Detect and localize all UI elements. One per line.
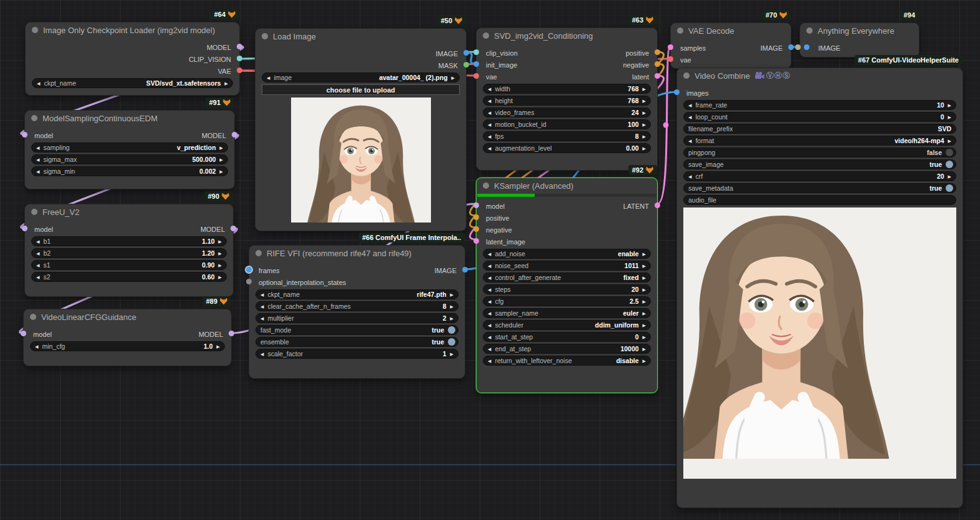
toggle-knob[interactable]: [448, 338, 455, 346]
decrement-arrow[interactable]: ◀: [267, 76, 270, 80]
widget-fps[interactable]: ◀fps8▶: [483, 131, 651, 141]
output-dot-model[interactable]: [237, 44, 242, 49]
input-dot-vae[interactable]: [668, 56, 673, 62]
widget-multiplier[interactable]: ◀multiplier2▶: [255, 313, 458, 323]
decrement-arrow[interactable]: ◀: [488, 299, 491, 304]
increment-arrow[interactable]: ▶: [643, 87, 646, 91]
increment-arrow[interactable]: ▶: [948, 139, 951, 143]
decrement-arrow[interactable]: ◀: [488, 311, 491, 316]
widget-start-at-step[interactable]: ◀start_at_step0▶: [483, 332, 651, 342]
decrement-arrow[interactable]: ◀: [488, 276, 491, 280]
increment-arrow[interactable]: ▶: [643, 311, 646, 316]
widget-s1[interactable]: ◀s10.90▶: [31, 260, 227, 270]
input-dot-clip-vision[interactable]: [473, 49, 479, 55]
output-dot-image[interactable]: [463, 50, 469, 56]
input-dot-samples[interactable]: [668, 44, 673, 50]
decrement-arrow[interactable]: ◀: [37, 81, 40, 86]
widget-fast-mode[interactable]: fast_modetrue: [255, 325, 458, 335]
output-dot-mask[interactable]: [463, 62, 469, 68]
increment-arrow[interactable]: ▶: [219, 239, 222, 244]
output-dot-model[interactable]: [232, 132, 237, 138]
node-video-linear-cfg-guidance[interactable]: #89 VideoLinearCFGGuidance modelMODEL ◀m…: [23, 309, 232, 366]
increment-arrow[interactable]: ▶: [643, 335, 646, 339]
widget-steps[interactable]: ◀steps20▶: [483, 284, 651, 294]
increment-arrow[interactable]: ▶: [643, 264, 646, 268]
increment-arrow[interactable]: ▶: [452, 76, 455, 80]
increment-arrow[interactable]: ▶: [450, 292, 453, 297]
widget-add-noise[interactable]: ◀add_noiseenable▶: [483, 249, 651, 259]
collapse-dot[interactable]: [677, 28, 683, 34]
input-dot-init-image[interactable]: [473, 61, 479, 67]
widget-sampler-name[interactable]: ◀sampler_nameeuler▶: [483, 308, 651, 318]
decrement-arrow[interactable]: ◀: [36, 239, 39, 244]
collapse-dot[interactable]: [806, 28, 813, 34]
input-dot-frames[interactable]: [246, 267, 252, 272]
decrement-arrow[interactable]: ◀: [488, 134, 491, 139]
increment-arrow[interactable]: ▶: [643, 146, 646, 151]
toggle-knob[interactable]: [946, 161, 953, 168]
input-dot-image[interactable]: [804, 44, 809, 50]
upload-button[interactable]: choose file to upload: [262, 84, 460, 95]
widget-cfg[interactable]: ◀cfg2.5▶: [483, 296, 651, 306]
decrement-arrow[interactable]: ◀: [688, 103, 691, 108]
node-load-image[interactable]: #50 Load Image IMAGE MASK ◀imageavatar_0…: [255, 28, 467, 231]
output-dot-model[interactable]: [229, 331, 234, 336]
increment-arrow[interactable]: ▶: [220, 169, 223, 174]
collapse-dot[interactable]: [32, 27, 38, 33]
output-dot-clip-vision[interactable]: [237, 56, 242, 61]
increment-arrow[interactable]: ▶: [450, 316, 453, 321]
widget-frame-rate[interactable]: ◀frame_rate10▶: [683, 100, 956, 110]
decrement-arrow[interactable]: ◀: [36, 263, 39, 268]
widget-loop-count[interactable]: ◀loop_count0▶: [683, 112, 956, 122]
increment-arrow[interactable]: ▶: [643, 323, 646, 328]
decrement-arrow[interactable]: ◀: [260, 292, 264, 297]
widget-pingpong[interactable]: pingpongfalse: [683, 148, 956, 158]
widget-augmentation-level[interactable]: ◀augmentation_level0.00▶: [483, 143, 651, 153]
toggle-knob[interactable]: [448, 326, 455, 334]
increment-arrow[interactable]: ▶: [948, 174, 951, 179]
output-dot-vae[interactable]: [237, 68, 242, 73]
output-model[interactable]: MODEL: [207, 41, 231, 52]
collapse-dot[interactable]: [262, 33, 268, 39]
widget-filename-prefix[interactable]: filename_prefixSVD: [683, 124, 956, 134]
output-clip-vision[interactable]: CLIP_VISION: [189, 53, 231, 64]
toggle-knob[interactable]: [946, 184, 953, 192]
node-freeu-v2[interactable]: #90 FreeU_V2 modelMODEL ◀b11.10▶ ◀b21.20…: [24, 204, 234, 297]
increment-arrow[interactable]: ▶: [643, 122, 646, 127]
collapse-dot[interactable]: [255, 250, 262, 256]
widget-save-metadata[interactable]: save_metadatatrue: [683, 183, 956, 193]
widget-clear-cache-after-n-frames[interactable]: ◀clear_cache_after_n_frames8▶: [255, 301, 458, 311]
decrement-arrow[interactable]: ◀: [260, 316, 264, 321]
input-dot-vae[interactable]: [473, 73, 479, 79]
output-dot-latent[interactable]: [655, 202, 660, 208]
widget-video-frames[interactable]: ◀video_frames24▶: [483, 108, 651, 118]
input-dot-model[interactable]: [22, 132, 27, 138]
decrement-arrow[interactable]: ◀: [36, 251, 39, 256]
increment-arrow[interactable]: ▶: [643, 111, 646, 115]
decrement-arrow[interactable]: ◀: [488, 99, 491, 103]
increment-arrow[interactable]: ▶: [220, 146, 223, 150]
decrement-arrow[interactable]: ◀: [36, 146, 39, 150]
input-dot-positive[interactable]: [473, 214, 479, 220]
widget-width[interactable]: ◀width768▶: [483, 84, 651, 94]
input-dot-optional-interpolation-states[interactable]: [246, 279, 252, 284]
collapse-dot[interactable]: [683, 72, 690, 79]
decrement-arrow[interactable]: ◀: [488, 111, 491, 115]
increment-arrow[interactable]: ▶: [225, 81, 228, 86]
decrement-arrow[interactable]: ◀: [488, 122, 491, 127]
increment-arrow[interactable]: ▶: [219, 251, 222, 256]
widget-ensemble[interactable]: ensembletrue: [255, 337, 458, 347]
toggle-knob[interactable]: [946, 149, 953, 156]
widget-ckpt-name[interactable]: ◀ckpt_namerife47.pth▶: [255, 289, 458, 299]
decrement-arrow[interactable]: ◀: [488, 335, 491, 339]
increment-arrow[interactable]: ▶: [643, 99, 646, 103]
input-dot-latent-image[interactable]: [473, 238, 479, 244]
decrement-arrow[interactable]: ◀: [488, 264, 491, 268]
decrement-arrow[interactable]: ◀: [36, 169, 39, 174]
widget-b2[interactable]: ◀b21.20▶: [31, 248, 227, 258]
comfyui-node-canvas[interactable]: #64 Image Only Checkpoint Loader (img2vi…: [0, 0, 980, 520]
node-video-combine[interactable]: #67 ComfyUI-VideoHelperSuite Video Combi…: [676, 68, 963, 508]
increment-arrow[interactable]: ▶: [643, 276, 646, 280]
widget-control-after-generate[interactable]: ◀control_after_generatefixed▶: [483, 272, 651, 282]
collapse-dot[interactable]: [31, 209, 37, 215]
